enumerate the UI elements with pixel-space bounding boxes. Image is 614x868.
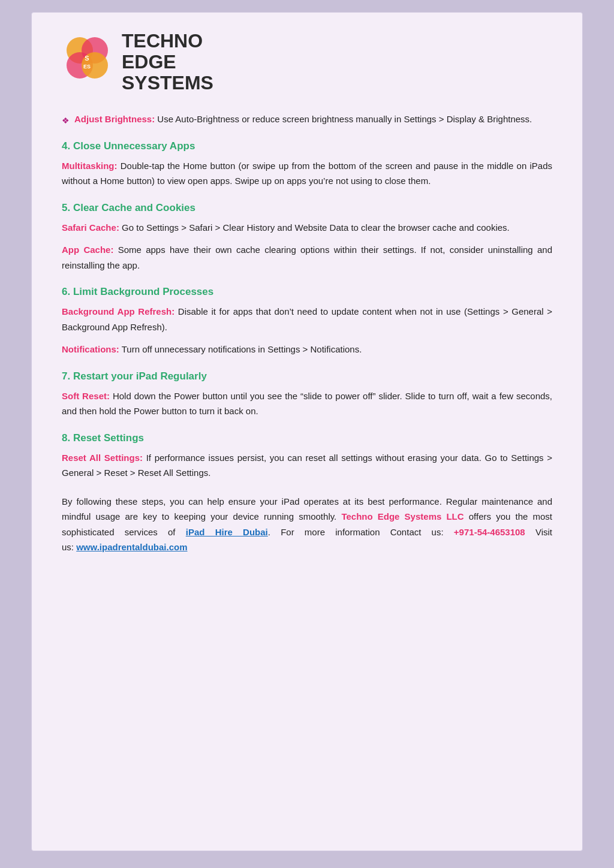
website-link[interactable]: www.ipadrentaldubai.com xyxy=(76,542,187,552)
logo-icon: S ES xyxy=(62,32,122,92)
section7-heading: 7. Restart your iPad Regularly xyxy=(62,370,552,382)
phone-number: +971-54-4653108 xyxy=(454,527,525,537)
section7-soft: Soft Reset: Hold down the Power button u… xyxy=(62,388,552,419)
logo-line1: TECHNO xyxy=(122,31,213,52)
section8-reset: Reset All Settings: If performance issue… xyxy=(62,450,552,481)
logo-text: TECHNO EDGE SYSTEMS xyxy=(122,31,213,94)
closing-paragraph: By following these steps, you can help e… xyxy=(62,494,552,555)
section8: 8. Reset Settings Reset All Settings: If… xyxy=(62,432,552,481)
page-container: S ES TECHNO EDGE SYSTEMS ❖ Adjust Bright… xyxy=(31,12,583,851)
company-name: Techno Edge Systems LLC xyxy=(341,511,463,522)
adjust-brightness-text: Adjust Brightness: Use Auto-Brightness o… xyxy=(74,112,532,126)
section6-notif: Notifications: Turn off unnecessary noti… xyxy=(62,342,552,357)
logo-line3: SYSTEMS xyxy=(122,73,213,94)
section5-safari: Safari Cache: Go to Settings > Safari > … xyxy=(62,220,552,236)
closing-text-after: . For more information Contact us: xyxy=(268,527,454,537)
section5-app: App Cache: Some apps have their own cach… xyxy=(62,242,552,273)
section5-heading: 5. Clear Cache and Cookies xyxy=(62,202,552,214)
section6-bg: Background App Refresh: Disable it for a… xyxy=(62,304,552,334)
section6: 6. Limit Background Processes Background… xyxy=(62,286,552,357)
header: S ES TECHNO EDGE SYSTEMS xyxy=(62,31,552,94)
section4-multitasking: Multitasking: Double-tap the Home button… xyxy=(62,158,552,189)
safari-text: Go to Settings > Safari > Clear History … xyxy=(119,222,510,233)
svg-text:ES: ES xyxy=(83,64,91,70)
safari-label: Safari Cache: xyxy=(62,222,119,233)
ipad-hire-link[interactable]: iPad Hire Dubai xyxy=(186,527,268,537)
section6-heading: 6. Limit Background Processes xyxy=(62,286,552,298)
multitasking-label: Multitasking: xyxy=(62,161,118,171)
bg-refresh-label: Background App Refresh: xyxy=(62,306,174,317)
section5: 5. Clear Cache and Cookies Safari Cache:… xyxy=(62,202,552,273)
adjust-brightness-item: ❖ Adjust Brightness: Use Auto-Brightness… xyxy=(62,112,552,127)
section4: 4. Close Unnecessary Apps Multitasking: … xyxy=(62,140,552,189)
adjust-brightness-label: Adjust Brightness: xyxy=(74,114,155,124)
bullet-diamond-icon: ❖ xyxy=(62,114,70,127)
section4-heading: 4. Close Unnecessary Apps xyxy=(62,140,552,152)
app-cache-text: Some apps have their own cache clearing … xyxy=(62,245,552,270)
section8-heading: 8. Reset Settings xyxy=(62,432,552,444)
notifications-text: Turn off unnecessary notifications in Se… xyxy=(119,344,362,354)
notifications-label: Notifications: xyxy=(62,344,119,354)
soft-reset-text: Hold down the Power button until you see… xyxy=(62,391,552,417)
multitasking-text: Double-tap the Home button (or swipe up … xyxy=(62,161,552,186)
soft-reset-label: Soft Reset: xyxy=(62,391,110,401)
adjust-brightness-body: Use Auto-Brightness or reduce screen bri… xyxy=(155,114,532,124)
adjust-brightness-section: ❖ Adjust Brightness: Use Auto-Brightness… xyxy=(62,112,552,127)
section7: 7. Restart your iPad Regularly Soft Rese… xyxy=(62,370,552,419)
reset-all-label: Reset All Settings: xyxy=(62,453,143,463)
app-cache-label: App Cache: xyxy=(62,245,113,255)
svg-text:S: S xyxy=(85,55,89,62)
closing-section: By following these steps, you can help e… xyxy=(62,494,552,555)
logo-line2: EDGE xyxy=(122,52,213,73)
